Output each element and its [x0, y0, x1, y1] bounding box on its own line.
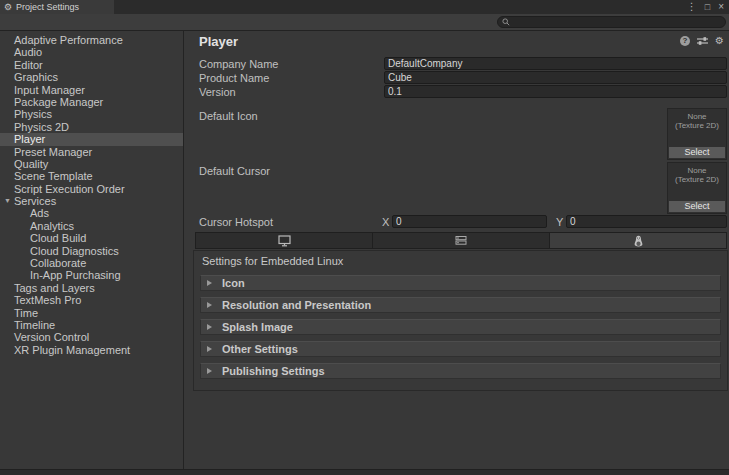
settings-category-list: Adaptive PerformanceAudioEditorGraphicsI… [0, 31, 184, 469]
hotspot-x-label: X [382, 216, 389, 228]
section-icon[interactable]: Icon [200, 275, 721, 291]
section-label: Splash Image [222, 321, 293, 333]
sidebar-item-timeline[interactable]: Timeline [0, 319, 183, 331]
sidebar-item-cloud-build[interactable]: Cloud Build [0, 232, 183, 244]
sidebar-item-adaptive-performance[interactable]: Adaptive Performance [0, 34, 183, 46]
section-label: Resolution and Presentation [222, 299, 371, 311]
foldout-collapsed-icon [207, 324, 212, 330]
default-cursor-object-field[interactable]: None (Texture 2D) Select [667, 162, 727, 214]
settings-gear-icon: ⚙ [4, 0, 12, 14]
product-name-label: Product Name [199, 72, 269, 84]
hotspot-y-field[interactable] [566, 215, 727, 228]
sidebar-item-physics[interactable]: Physics [0, 108, 183, 120]
sidebar-item-cloud-diagnostics[interactable]: Cloud Diagnostics [0, 245, 183, 257]
page-title: Player [199, 34, 238, 49]
foldout-collapsed-icon [207, 368, 212, 374]
sidebar-item-quality[interactable]: Quality [0, 158, 183, 170]
desktop-icon [278, 235, 291, 247]
section-resolution-and-presentation[interactable]: Resolution and Presentation [200, 297, 721, 313]
sidebar-item-tags-and-layers[interactable]: Tags and Layers [0, 282, 183, 294]
help-icon[interactable]: ? [680, 36, 690, 46]
sidebar-item-physics-2d[interactable]: Physics 2D [0, 121, 183, 133]
search-box[interactable] [497, 16, 726, 28]
sidebar-item-input-manager[interactable]: Input Manager [0, 84, 183, 96]
sidebar-item-audio[interactable]: Audio [0, 46, 183, 58]
default-cursor-none-text: None [668, 166, 726, 175]
hotspot-x-field[interactable] [392, 215, 547, 228]
sidebar-item-version-control[interactable]: Version Control [0, 331, 183, 343]
version-field[interactable] [384, 85, 727, 98]
platform-tab-dedicated-server[interactable] [373, 233, 550, 248]
toolbar [0, 14, 729, 31]
platform-settings-frame: Settings for Embedded Linux IconResoluti… [193, 250, 728, 391]
default-cursor-label: Default Cursor [199, 165, 270, 177]
close-icon[interactable]: × [718, 0, 724, 14]
window-title: Project Settings [16, 2, 79, 12]
sidebar-item-script-execution-order[interactable]: Script Execution Order [0, 183, 183, 195]
section-other-settings[interactable]: Other Settings [200, 341, 721, 357]
default-icon-type-text: (Texture 2D) [668, 121, 726, 130]
default-icon-object-field[interactable]: None (Texture 2D) Select [667, 108, 727, 160]
window-controls: ⋮ □ × [687, 0, 724, 14]
default-cursor-type-text: (Texture 2D) [668, 175, 726, 184]
project-settings-window: ⚙ Project Settings ⋮ □ × Adaptive Perfor… [0, 0, 729, 475]
section-label: Other Settings [222, 343, 298, 355]
default-icon-label: Default Icon [199, 110, 258, 122]
sidebar-item-graphics[interactable]: Graphics [0, 71, 183, 83]
cursor-hotspot-label: Cursor Hotspot [199, 216, 273, 228]
kebab-menu-icon[interactable]: ⋮ [687, 0, 697, 14]
default-icon-select-button[interactable]: Select [669, 147, 725, 158]
sidebar-item-collaborate[interactable]: Collaborate [0, 257, 183, 269]
company-name-field[interactable] [384, 57, 727, 70]
foldout-collapsed-icon [207, 302, 212, 308]
header-icons: ? ⚙ [680, 36, 724, 46]
section-label: Icon [222, 277, 245, 289]
sidebar-item-preset-manager[interactable]: Preset Manager [0, 146, 183, 158]
company-name-label: Company Name [199, 58, 278, 70]
sidebar-item-in-app-purchasing[interactable]: In-App Purchasing [0, 269, 183, 281]
title-bar: ⚙ Project Settings ⋮ □ × [0, 0, 729, 14]
foldout-open-icon[interactable]: ▼ [4, 195, 11, 207]
settings-heading: Settings for Embedded Linux [194, 251, 727, 269]
sidebar-item-services[interactable]: ▼Services [0, 195, 183, 207]
gear-menu-icon[interactable]: ⚙ [715, 36, 724, 46]
platform-tab-bar [195, 232, 727, 249]
default-icon-none-text: None [668, 112, 726, 121]
platform-tab-embedded-linux[interactable] [550, 233, 726, 248]
embedded-linux-penguin-icon [633, 235, 644, 247]
default-cursor-select-button[interactable]: Select [669, 201, 725, 212]
dedicated-server-icon [455, 235, 467, 246]
section-splash-image[interactable]: Splash Image [200, 319, 721, 335]
sidebar-item-editor[interactable]: Editor [0, 59, 183, 71]
sidebar-item-time[interactable]: Time [0, 307, 183, 319]
foldout-collapsed-icon [207, 280, 212, 286]
section-publishing-settings[interactable]: Publishing Settings [200, 363, 721, 379]
sidebar-item-analytics[interactable]: Analytics [0, 220, 183, 232]
foldout-collapsed-icon [207, 346, 212, 352]
version-label: Version [199, 86, 236, 98]
sidebar-item-xr-plugin-management[interactable]: XR Plugin Management [0, 344, 183, 356]
sidebar-item-player[interactable]: Player [0, 133, 183, 145]
sidebar-item-ads[interactable]: Ads [0, 207, 183, 219]
preset-icon[interactable] [697, 36, 708, 46]
search-icon [502, 18, 510, 26]
window-tab-project-settings[interactable]: ⚙ Project Settings [0, 0, 114, 14]
player-settings-panel: Player ? ⚙ Company Name Product Name Ver… [184, 31, 729, 469]
sidebar-item-package-manager[interactable]: Package Manager [0, 96, 183, 108]
platform-tab-desktop[interactable] [196, 233, 373, 248]
window-bottom-edge [0, 469, 729, 475]
section-label: Publishing Settings [222, 365, 325, 377]
hotspot-y-label: Y [556, 216, 563, 228]
search-input[interactable] [510, 17, 725, 27]
product-name-field[interactable] [384, 71, 727, 84]
sidebar-item-scene-template[interactable]: Scene Template [0, 170, 183, 182]
sidebar-item-textmesh-pro[interactable]: TextMesh Pro [0, 294, 183, 306]
maximize-icon[interactable]: □ [705, 0, 710, 14]
